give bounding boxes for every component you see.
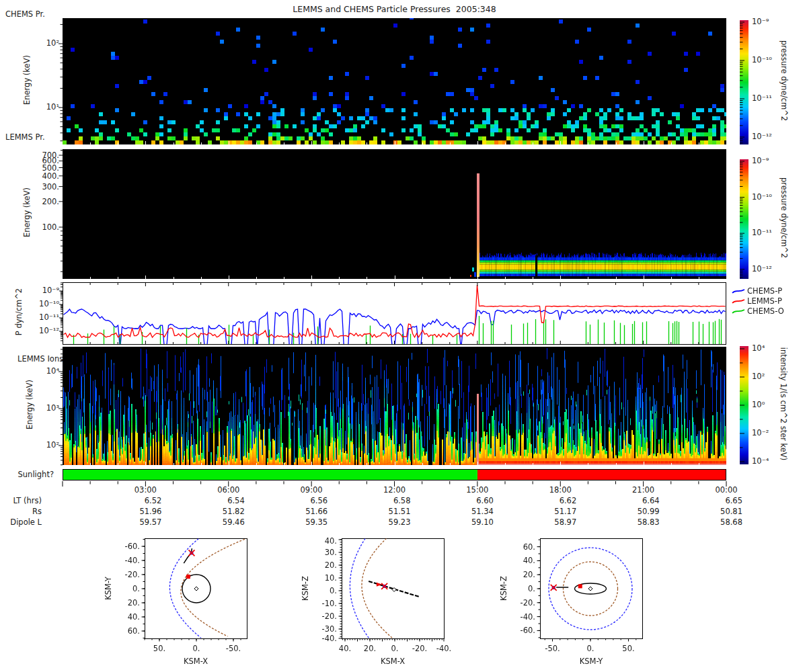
lemms-pressure-spectrogram <box>63 149 726 279</box>
trajectory <box>369 581 419 597</box>
ytick-label-chems: 10² <box>23 39 59 47</box>
colorbar-pressure-1 <box>740 20 748 144</box>
orbit-xtick-label: -40. <box>436 644 451 653</box>
origin-marker <box>588 587 592 591</box>
time-tick-label: 03:00 <box>124 486 167 494</box>
ytick-label-ions: 10² <box>23 441 59 449</box>
dipole-value: 59.35 <box>290 518 328 526</box>
orbit-ytick-label: 60. <box>523 542 535 552</box>
magnetopause <box>181 538 248 636</box>
lemms-ions-spectrogram <box>63 347 726 465</box>
magnetopause <box>362 538 392 638</box>
orbit-xtick-label: 0. <box>391 644 399 653</box>
colorbar2-unit: pressure dyne/cm^2 <box>780 164 788 271</box>
legend-item-chems-o: CHEMS-O <box>732 306 784 315</box>
row-label-dipole: Dipole L <box>0 518 42 526</box>
position-dot <box>190 551 193 554</box>
ylabel-pressure: P dyn/cm^2 <box>15 258 23 366</box>
cbtick-label-pressure1: 10⁻¹² <box>752 132 792 140</box>
cbtick-label-intensity: 10² <box>752 372 792 380</box>
event-x-marker <box>188 550 194 556</box>
cbtick-label-pressure2: 10⁻¹¹ <box>752 228 792 237</box>
sunlight-night-segment <box>477 470 726 480</box>
time-tick-label: 06:00 <box>207 486 250 494</box>
colorbar-intensity <box>740 346 748 464</box>
cbtick-label-intensity: 10⁻² <box>752 429 792 437</box>
orbit-ytick-label: 40. <box>523 556 535 565</box>
lt-value: 6.65 <box>705 497 742 505</box>
origin-marker <box>194 587 198 591</box>
orbit-xz: 40.20.0.-20.-40.40.30.20.10.0.-10.-20.-3… <box>301 536 451 666</box>
rs-value: 51.96 <box>124 507 161 515</box>
orbit-ylabel: KSM-Y <box>104 576 113 600</box>
lt-value: 6.64 <box>622 497 660 505</box>
orbit-ellipse <box>575 583 607 594</box>
lt-value: 6.54 <box>207 497 245 505</box>
sunlight-label: Sunlight? <box>0 470 54 478</box>
chems-o-spikes <box>74 316 722 345</box>
legend-item-chems-p: CHEMS-P <box>732 286 782 295</box>
orbit-ytick-label: -20. <box>521 598 535 607</box>
orbit-ticks <box>537 540 636 641</box>
cbtick-label-pressure1: 10⁻⁹ <box>752 17 792 26</box>
orbit-ytick-label: 20. <box>128 598 140 607</box>
ytick-label-lemms: 200. <box>23 198 59 206</box>
lt-value: 6.62 <box>539 497 576 505</box>
orbit-ticks <box>339 540 445 642</box>
page-title: LEMMS and CHEMS Particle Pressures 2005:… <box>63 5 726 13</box>
legend-line <box>732 297 745 305</box>
orbit-ytick-label: -60. <box>521 626 535 635</box>
orbit-xlabel: KSM-X <box>381 657 405 666</box>
orbit-frame <box>541 539 643 639</box>
orbit-xtick-label: 0. <box>587 644 594 653</box>
bow-shock <box>549 548 632 630</box>
orbit-ylabel: KSM-Z <box>301 576 310 601</box>
ytick-label-chems: 10¹ <box>23 103 59 111</box>
ytick-label-lemms: 300. <box>23 183 59 191</box>
legend-label: LEMMS-P <box>747 296 782 306</box>
dipole-value: 59.57 <box>124 518 161 526</box>
cbtick-label-pressure2: 10⁻¹⁰ <box>752 193 792 201</box>
orbit-xtick-label: 20. <box>364 644 376 653</box>
colorbar-pressure-2 <box>740 159 748 279</box>
position-dot <box>552 586 555 589</box>
orbit-ytick-label: 20. <box>325 560 337 570</box>
orbit-ytick-label: -40. <box>322 634 337 643</box>
cbtick-label-pressure1: 10⁻¹⁰ <box>752 56 792 64</box>
position-dot <box>383 585 386 588</box>
event-x-marker <box>381 583 387 589</box>
ytick-label-ions: 10³ <box>23 404 59 412</box>
time-tick-label: 15:00 <box>456 486 499 494</box>
orbit-xtick-label: -50. <box>545 644 560 653</box>
ytick-label-lemms: 100. <box>23 223 59 231</box>
orbit-xlabel: KSM-Y <box>580 657 604 666</box>
rs-value: 51.66 <box>290 507 328 515</box>
orbit-ytick-label: 10. <box>325 573 337 583</box>
orbit-ytick-label: -60. <box>125 542 140 551</box>
orbit-xtick-label: 40. <box>339 644 351 653</box>
orbit-ytick-label: 20. <box>523 570 535 579</box>
ytick-label-pressure: 10⁻¹⁰ <box>23 300 59 308</box>
lt-value: 6.56 <box>290 497 328 505</box>
orbit-circle <box>182 575 210 603</box>
colorbar1-unit: pressure dyne/cm^2 <box>780 27 788 134</box>
line-plot-frame <box>63 283 726 345</box>
orbit-plots: 50.0.-50.-60.-40.-20.0.20.40.60.KSM-XKSM… <box>0 531 807 672</box>
cbtick-label-intensity: 10⁴ <box>752 344 792 352</box>
ytick-label-ions: 10⁴ <box>23 367 59 375</box>
spacecraft-marker <box>578 584 582 588</box>
legend-label: CHEMS-O <box>747 306 784 316</box>
rs-value: 51.51 <box>373 507 411 515</box>
trajectory <box>184 548 192 563</box>
legend-line <box>732 307 745 315</box>
lt-value: 6.52 <box>124 497 161 505</box>
rs-value: 51.17 <box>539 507 576 515</box>
time-tick-label: 18:00 <box>539 486 582 494</box>
cbtick-label-pressure2: 10⁻⁹ <box>752 157 792 165</box>
event-x-marker <box>551 585 557 591</box>
series-line <box>64 285 726 337</box>
dipole-value: 59.46 <box>207 518 245 526</box>
orbit-ytick-label: 40. <box>325 536 337 546</box>
orbit-ytick-label: 30. <box>325 548 337 557</box>
orbit-ylabel: KSM-Z <box>499 576 508 601</box>
